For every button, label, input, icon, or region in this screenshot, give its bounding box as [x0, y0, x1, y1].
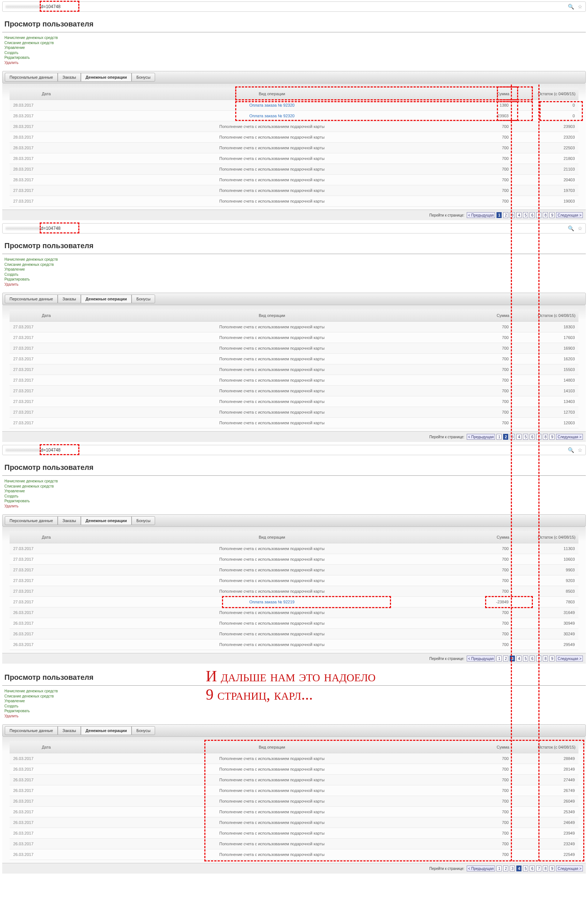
link-create[interactable]: Создать: [5, 704, 583, 709]
zoom-icon[interactable]: 🔍: [568, 4, 574, 9]
link-debit[interactable]: Списание денежных средств: [5, 41, 583, 46]
link-debit[interactable]: Списание денежных средств: [5, 694, 583, 699]
link-edit[interactable]: Редактировать: [5, 277, 583, 282]
link-credit[interactable]: Начисление денежных средств: [5, 479, 583, 484]
link-edit[interactable]: Редактировать: [5, 499, 583, 504]
address-bar[interactable]: xxxxxxxxxxxxxxxx d=104748 🔍 ☆: [2, 445, 586, 455]
tab-bonus[interactable]: Бонусы: [132, 73, 155, 82]
pager-page-8[interactable]: 8: [543, 865, 548, 872]
pager-page-1[interactable]: 1: [497, 656, 502, 661]
link-create[interactable]: Создать: [5, 272, 583, 277]
pager-page-2[interactable]: 2: [503, 865, 508, 872]
pager-page-4[interactable]: 4: [516, 865, 522, 872]
cell-date: 26.03.2017: [9, 629, 83, 639]
link-delete[interactable]: Удалить: [5, 714, 583, 719]
pager-page-5[interactable]: 5: [523, 656, 528, 661]
tab-personal[interactable]: Персональные данные: [5, 294, 58, 303]
pager-page-8[interactable]: 8: [543, 212, 548, 218]
tab-money[interactable]: Денежные операции: [81, 73, 132, 82]
pager-page-9[interactable]: 9: [549, 656, 555, 661]
pager-page-5[interactable]: 5: [523, 865, 528, 872]
pager-page-9[interactable]: 9: [549, 865, 555, 872]
pager-next[interactable]: Следующая >: [556, 212, 583, 218]
pager-page-7[interactable]: 7: [536, 212, 541, 218]
pager-page-2[interactable]: 2: [503, 434, 508, 440]
pager-page-1[interactable]: 1: [497, 865, 502, 872]
star-icon[interactable]: ☆: [578, 447, 582, 453]
tab-bonus[interactable]: Бонусы: [132, 294, 155, 303]
pager-page-6[interactable]: 6: [530, 656, 535, 661]
pager-page-6[interactable]: 6: [530, 212, 535, 218]
pager-prev[interactable]: < Предыдущая: [467, 865, 495, 872]
pager-prev[interactable]: < Предыдущая: [467, 434, 495, 440]
pager-page-9[interactable]: 9: [549, 434, 555, 440]
pager-page-4[interactable]: 4: [516, 212, 522, 218]
pager-page-2[interactable]: 2: [503, 656, 508, 661]
link-debit[interactable]: Списание денежных средств: [5, 262, 583, 267]
link-credit[interactable]: Начисление денежных средств: [5, 35, 583, 41]
link-delete[interactable]: Удалить: [5, 282, 583, 287]
tab-orders[interactable]: Заказы: [58, 516, 81, 525]
tab-personal[interactable]: Персональные данные: [5, 516, 58, 525]
link-manage[interactable]: Управление: [5, 489, 583, 494]
cell-operation[interactable]: Оплата заказа № 92219: [83, 597, 461, 607]
pager-page-7[interactable]: 7: [536, 865, 541, 872]
tab-bonus[interactable]: Бонусы: [132, 516, 155, 525]
link-credit[interactable]: Начисление денежных средств: [5, 257, 583, 262]
pager-page-5[interactable]: 5: [523, 212, 528, 218]
tab-money[interactable]: Денежные операции: [81, 294, 132, 303]
pager-page-1[interactable]: 1: [497, 434, 502, 440]
pager-page-3[interactable]: 3: [510, 865, 515, 872]
pager-page-2[interactable]: 2: [503, 212, 508, 218]
cell-balance: 19003: [512, 196, 579, 207]
star-icon[interactable]: ☆: [578, 4, 582, 9]
link-delete[interactable]: Удалить: [5, 504, 583, 509]
address-bar[interactable]: xxxxxxxxxxxxxxxx d=104748 🔍 ☆: [2, 2, 586, 12]
pager-page-8[interactable]: 8: [543, 434, 548, 440]
pager-page-4[interactable]: 4: [516, 656, 522, 661]
zoom-icon[interactable]: 🔍: [568, 447, 574, 453]
pager-page-3[interactable]: 3: [510, 656, 515, 661]
cell-operation[interactable]: Оплата заказа № 92320: [83, 111, 461, 121]
link-create[interactable]: Создать: [5, 50, 583, 55]
tab-bonus[interactable]: Бонусы: [132, 726, 155, 735]
cell-operation[interactable]: Оплата заказа № 92320: [83, 100, 461, 111]
pager-page-9[interactable]: 9: [549, 212, 555, 218]
pager-page-3[interactable]: 3: [510, 434, 515, 440]
pager-page-7[interactable]: 7: [536, 434, 541, 440]
star-icon[interactable]: ☆: [578, 225, 582, 231]
pager-label: Перейти к странице:: [429, 867, 464, 871]
link-credit[interactable]: Начисление денежных средств: [5, 689, 583, 694]
pager-page-6[interactable]: 6: [530, 434, 535, 440]
link-edit[interactable]: Редактировать: [5, 55, 583, 60]
tab-personal[interactable]: Персональные данные: [5, 726, 58, 735]
tab-orders[interactable]: Заказы: [58, 294, 81, 303]
link-delete[interactable]: Удалить: [5, 60, 583, 65]
cell-sum: 700: [461, 607, 512, 618]
link-manage[interactable]: Управление: [5, 698, 583, 704]
pager-page-4[interactable]: 4: [516, 434, 522, 440]
pager-next[interactable]: Следующая >: [556, 434, 583, 440]
pager-page-1[interactable]: 1: [497, 212, 502, 218]
pager-page-8[interactable]: 8: [543, 656, 548, 661]
address-bar[interactable]: xxxxxxxxxxxxxxxx d=104748 🔍 ☆: [2, 223, 586, 233]
pager-page-5[interactable]: 5: [523, 434, 528, 440]
pager-page-3[interactable]: 3: [510, 212, 515, 218]
zoom-icon[interactable]: 🔍: [568, 225, 574, 231]
tab-money[interactable]: Денежные операции: [81, 726, 132, 735]
tab-orders[interactable]: Заказы: [58, 726, 81, 735]
pager-prev[interactable]: < Предыдущая: [467, 212, 495, 218]
tab-money[interactable]: Денежные операции: [81, 516, 132, 525]
pager-prev[interactable]: < Предыдущая: [467, 656, 495, 661]
link-create[interactable]: Создать: [5, 494, 583, 499]
link-manage[interactable]: Управление: [5, 45, 583, 50]
pager-next[interactable]: Следующая >: [556, 656, 583, 661]
tab-orders[interactable]: Заказы: [58, 73, 81, 82]
link-manage[interactable]: Управление: [5, 267, 583, 272]
pager-page-7[interactable]: 7: [536, 656, 541, 661]
pager-next[interactable]: Следующая >: [556, 865, 583, 872]
pager-page-6[interactable]: 6: [530, 865, 535, 872]
tab-personal[interactable]: Персональные данные: [5, 73, 58, 82]
link-edit[interactable]: Редактировать: [5, 708, 583, 714]
link-debit[interactable]: Списание денежных средств: [5, 484, 583, 489]
